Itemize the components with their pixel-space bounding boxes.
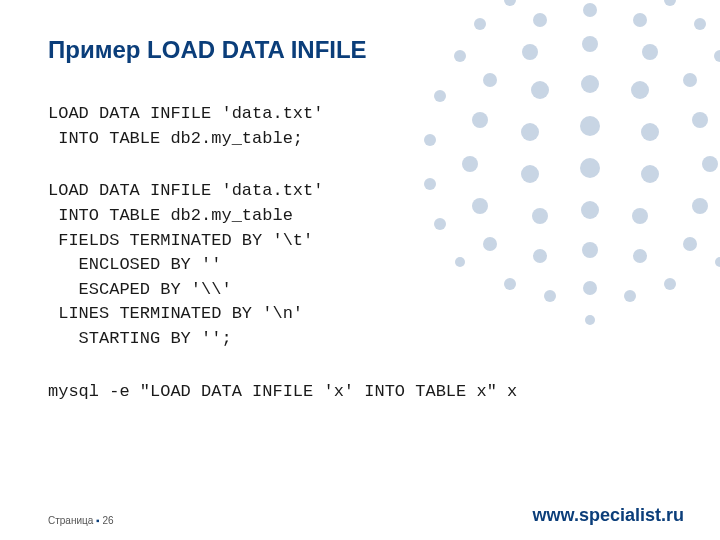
page-number-label: Страница ▪ 26 — [48, 515, 114, 526]
code-example-1: LOAD DATA INFILE 'data.txt' INTO TABLE d… — [48, 102, 672, 151]
slide-title: Пример LOAD DATA INFILE — [48, 36, 672, 64]
slide-footer: Страница ▪ 26 www.specialist.ru — [0, 505, 720, 526]
code-example-3: mysql -e "LOAD DATA INFILE 'x' INTO TABL… — [48, 380, 672, 405]
site-url: www.specialist.ru — [533, 505, 684, 526]
page-prefix: Страница — [48, 515, 93, 526]
page-number: 26 — [102, 515, 113, 526]
slide-content: Пример LOAD DATA INFILE LOAD DATA INFILE… — [0, 0, 720, 404]
bullet-icon: ▪ — [96, 515, 100, 526]
code-example-2: LOAD DATA INFILE 'data.txt' INTO TABLE d… — [48, 179, 672, 351]
